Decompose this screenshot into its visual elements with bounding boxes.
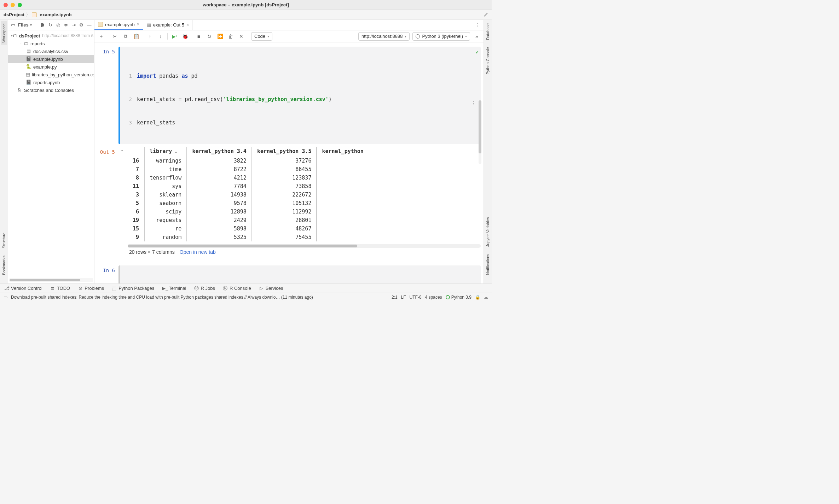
delete-output-button[interactable]: 🗑 (227, 33, 235, 40)
tab-example-out5[interactable]: ▦ example: Out 5 × (143, 20, 193, 30)
table-row[interactable]: 11sys778473858 (128, 182, 369, 191)
close-tab-icon[interactable]: × (186, 23, 189, 28)
scroll-thumb[interactable] (10, 279, 80, 281)
table-row[interactable]: 15re589848267 (128, 224, 369, 233)
rail-database[interactable]: Database (485, 21, 491, 42)
restart-button[interactable]: ↻ (206, 33, 213, 40)
tree-root[interactable]: ▾ 🗀 dsProject http://localhost:8888 from… (8, 32, 94, 40)
rail-bookmarks[interactable]: Bookmarks (1, 253, 7, 277)
new-file-icon[interactable] (40, 22, 45, 28)
scroll-thumb[interactable] (128, 245, 357, 247)
tool-services[interactable]: ▷Services (259, 286, 283, 291)
table-row[interactable]: 19requests242928801 (128, 216, 369, 224)
table-row[interactable]: 6scipy12898112992 (128, 207, 369, 216)
tab-example-ipynb[interactable]: example.ipynb × (94, 20, 143, 30)
status-message[interactable]: Download pre-built shared indexes: Reduc… (11, 295, 313, 300)
table-vscrollbar[interactable] (479, 100, 481, 164)
scroll-thumb[interactable] (479, 100, 481, 153)
project-tree-scrollbar[interactable] (10, 278, 93, 282)
tree-file-reports-ipynb[interactable]: 📓 reports.ipynb (8, 78, 94, 86)
rail-jupyter-variables[interactable]: Jupyter Variables (485, 215, 491, 249)
rail-notifications[interactable]: Notifications (485, 252, 491, 277)
view-mode-dropdown[interactable]: Files ▾ (18, 22, 32, 28)
table-row[interactable]: 3sklearn14938222672 (128, 191, 369, 199)
tree-file-libraries-csv[interactable]: ▤ libraries_by_python_version.csv (8, 71, 94, 78)
table-row[interactable]: 16warnings382237276 (128, 157, 369, 165)
open-in-new-tab-link[interactable]: Open in new tab (180, 249, 216, 255)
code-cell[interactable]: 1import matplotlib.pyplot as plt 2plt.pi… (118, 265, 481, 283)
cursor-position[interactable]: 2:1 (392, 295, 398, 300)
cut-button[interactable]: ✂ (111, 33, 119, 40)
move-up-button[interactable]: ↑ (146, 33, 154, 40)
tool-version-control[interactable]: ⎇Version Control (4, 286, 42, 291)
tree-file-csv[interactable]: ▤ doc-analytics.csv (8, 47, 94, 55)
table-header-pyx[interactable]: kernel_python (317, 147, 368, 157)
indent-setting[interactable]: 4 spaces (425, 295, 442, 300)
expand-icon[interactable]: ≑ (63, 22, 69, 28)
tab-overflow-icon[interactable]: ⋮ (472, 20, 484, 30)
clear-button[interactable]: ✕ (237, 33, 245, 40)
minimize-panel-icon[interactable]: — (86, 22, 92, 28)
table-row[interactable]: 8tensorflow4212123837 (128, 174, 369, 182)
table-header-py35[interactable]: kernel_python 3.5 (252, 147, 317, 157)
tool-python-packages[interactable]: ⬚Python Packages (112, 286, 154, 291)
run-all-button[interactable]: ⏩ (216, 33, 224, 40)
paste-button[interactable]: 📋 (132, 33, 140, 40)
refresh-icon[interactable]: ↻ (47, 22, 53, 28)
table-row[interactable]: 9random532575455 (128, 233, 369, 241)
project-tree[interactable]: ▾ 🗀 dsProject http://localhost:8888 from… (8, 30, 94, 278)
table-header-index[interactable] (128, 147, 144, 157)
copy-button[interactable]: ⧉ (122, 33, 129, 40)
table-header-library[interactable]: library▴ (144, 147, 187, 157)
table-hscrollbar[interactable] (128, 244, 481, 248)
debug-cell-button[interactable]: 🐞 (181, 33, 189, 40)
kernel-dropdown[interactable]: Python 3 (ipykernel) ▾ (412, 32, 470, 41)
tool-terminal[interactable]: ▶_Terminal (162, 286, 186, 291)
table-scroll-region[interactable]: library▴ kernel_python 3.4 kernel_python… (128, 147, 481, 248)
close-tab-icon[interactable]: × (137, 22, 139, 27)
lock-icon[interactable]: 🔒 (475, 295, 480, 300)
cell-type-dropdown[interactable]: Code ▾ (251, 32, 272, 41)
notebook-body[interactable]: In 5 ✔ 1import pandas as pd 2kernel_stat… (94, 42, 484, 283)
cell-in5[interactable]: In 5 ✔ 1import pandas as pd 2kernel_stat… (97, 47, 481, 144)
run-cell-button[interactable]: ▶I (170, 33, 178, 40)
output-table[interactable]: library▴ kernel_python 3.4 kernel_python… (128, 147, 369, 241)
collapse-output-icon[interactable]: ⌄ (120, 147, 126, 152)
tree-file-example-py[interactable]: 🐍 example.py (8, 63, 94, 71)
table-options-icon[interactable]: ⋮ (471, 100, 476, 106)
interpreter-widget[interactable]: Python 3.9 (446, 295, 471, 300)
tree-file-example-ipynb[interactable]: 📓 example.ipynb (8, 55, 94, 63)
tool-problems[interactable]: ⊘Problems (78, 286, 104, 291)
tree-scratches[interactable]: ⎘ Scratches and Consoles (8, 86, 94, 94)
table-header-py34[interactable]: kernel_python 3.4 (187, 147, 252, 157)
rail-workspace[interactable]: Workspace (1, 21, 7, 45)
pencil-icon[interactable] (483, 12, 488, 17)
add-cell-button[interactable]: ＋ (97, 33, 105, 40)
line-separator[interactable]: LF (401, 295, 406, 300)
breadcrumb-project[interactable]: dsProject (4, 12, 24, 17)
close-window-button[interactable] (4, 3, 8, 7)
status-icon[interactable]: ▭ (4, 295, 7, 300)
tree-folder-reports[interactable]: › 🗀 reports (8, 40, 94, 47)
rail-structure[interactable]: Structure (1, 230, 7, 251)
server-url-dropdown[interactable]: http://localhost:8888 ▾ (358, 32, 410, 41)
move-down-button[interactable]: ↓ (157, 33, 164, 40)
cell-in6[interactable]: In 6 1import matplotlib.pyplot as plt 2p… (97, 265, 481, 283)
sort-icon[interactable]: ▴ (175, 150, 177, 154)
table-row[interactable]: 5seaborn9578105132 (128, 199, 369, 207)
chevron-right-icon[interactable]: › (19, 42, 23, 45)
maximize-window-button[interactable] (18, 3, 22, 7)
collapse-icon[interactable]: ⇥ (71, 22, 76, 28)
table-row[interactable]: 7time872286455 (128, 165, 369, 174)
rail-python-console[interactable]: Python Console (485, 45, 491, 77)
file-encoding[interactable]: UTF-8 (410, 295, 422, 300)
tool-r-jobs[interactable]: ⓇR Jobs (194, 285, 215, 292)
target-icon[interactable]: ◎ (55, 22, 61, 28)
cloud-icon[interactable]: ☁ (484, 295, 488, 300)
stop-button[interactable]: ■ (195, 33, 203, 40)
tool-r-console[interactable]: ⓇR Console (223, 285, 251, 292)
tool-todo[interactable]: ≣TODO (50, 286, 70, 291)
gear-icon[interactable]: ⚙ (79, 22, 84, 28)
overflow-button[interactable]: » (473, 33, 481, 40)
minimize-window-button[interactable] (11, 3, 15, 7)
